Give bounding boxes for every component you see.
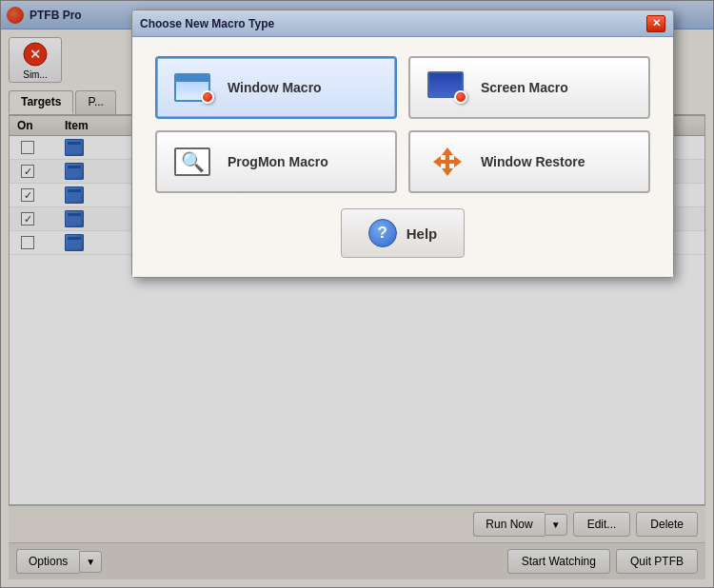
window-restore-icon (426, 144, 469, 180)
svg-marker-14 (433, 156, 441, 167)
modal-dialog: Choose New Macro Type ✕ (131, 10, 674, 278)
modal-title: Choose New Macro Type (140, 17, 646, 30)
modal-overlay: Choose New Macro Type ✕ (0, 0, 714, 588)
wm-titlebar (176, 75, 208, 82)
help-btn-container: ? Help (155, 208, 650, 258)
screen-macro-icon-graphic (427, 71, 467, 104)
magnifier-icon: 🔍 (181, 150, 205, 173)
svg-rect-17 (441, 160, 454, 164)
screen-macro-icon (426, 69, 469, 106)
window-restore-button[interactable]: Window Restore (408, 130, 650, 193)
sm-record-icon (454, 90, 467, 104)
window-macro-icon (172, 69, 216, 106)
screen-macro-button[interactable]: Screen Macro (408, 56, 650, 119)
help-label: Help (407, 225, 438, 242)
screen-macro-label: Screen Macro (481, 80, 568, 95)
window-macro-icon-graphic (174, 71, 214, 104)
window-restore-label: Window Restore (481, 154, 585, 169)
pm-screen: 🔍 (174, 147, 210, 176)
modal-body: Window Macro Screen Macro (132, 37, 673, 277)
progmon-macro-button[interactable]: 🔍 ProgMon Macro (155, 130, 397, 193)
progmon-macro-label: ProgMon Macro (228, 154, 328, 169)
progmon-macro-icon: 🔍 (172, 144, 216, 180)
svg-marker-15 (454, 156, 462, 167)
macro-grid: Window Macro Screen Macro (155, 56, 650, 193)
window-macro-button[interactable]: Window Macro (155, 56, 397, 119)
window-macro-label: Window Macro (228, 80, 322, 95)
svg-marker-13 (442, 168, 453, 176)
help-button[interactable]: ? Help (341, 208, 466, 258)
close-icon: ✕ (652, 17, 661, 29)
svg-marker-12 (442, 147, 453, 155)
help-circle-icon: ? (368, 219, 397, 247)
modal-close-button[interactable]: ✕ (646, 15, 665, 32)
progmon-icon-graphic: 🔍 (174, 144, 214, 180)
wm-record-icon (201, 90, 214, 104)
winrestore-icon-graphic (427, 144, 467, 180)
modal-titlebar: Choose New Macro Type ✕ (132, 10, 673, 37)
